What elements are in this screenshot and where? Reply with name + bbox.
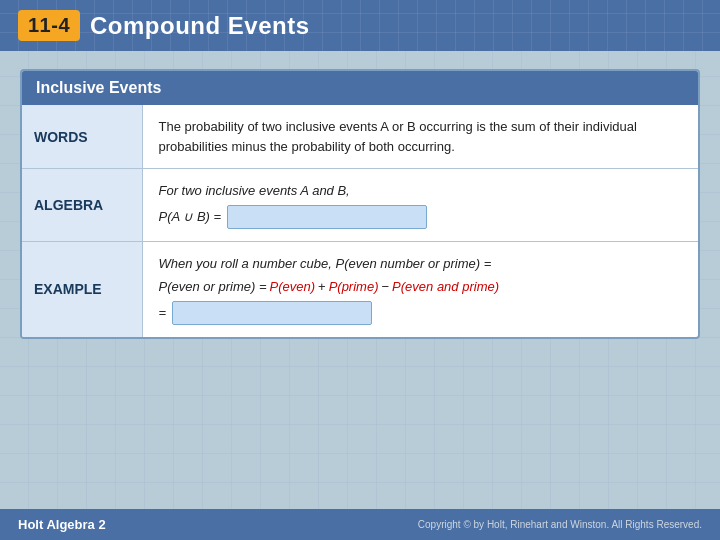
inclusive-events-card: Inclusive Events WORDS The probability o… <box>20 69 700 339</box>
algebra-row: ALGEBRA For two inclusive events A and B… <box>22 169 698 242</box>
page-footer: Holt Algebra 2 Copyright © by Holt, Rine… <box>0 509 720 540</box>
example-equals: = <box>159 303 167 323</box>
example-p-even-and-prime: P(even and prime) <box>392 277 499 297</box>
algebra-formula-prefix: P(A ∪ B) = <box>159 207 222 227</box>
words-content: The probability of two inclusive events … <box>142 105 698 169</box>
card-table: WORDS The probability of two inclusive e… <box>22 105 698 337</box>
example-plus: + <box>318 277 326 297</box>
footer-brand: Holt Algebra 2 <box>18 517 106 532</box>
page-title: Compound Events <box>90 12 310 40</box>
example-line2: P(even or prime) = P(even) + P(prime) − … <box>159 277 683 297</box>
example-label: EXAMPLE <box>22 241 142 337</box>
example-answer-box <box>172 301 372 325</box>
example-minus: − <box>381 277 389 297</box>
algebra-formula-box <box>227 205 427 229</box>
example-line1: When you roll a number cube, P(even numb… <box>159 254 683 274</box>
footer-copyright: Copyright © by Holt, Rinehart and Winsto… <box>418 519 702 530</box>
algebra-formula: P(A ∪ B) = <box>159 205 683 229</box>
algebra-content: For two inclusive events A and B, P(A ∪ … <box>142 169 698 242</box>
main-content: Inclusive Events WORDS The probability o… <box>0 51 720 357</box>
words-label: WORDS <box>22 105 142 169</box>
example-p-even: P(even) <box>270 277 316 297</box>
words-text: The probability of two inclusive events … <box>159 119 637 154</box>
algebra-line1: For two inclusive events A and B, <box>159 181 683 201</box>
section-badge: 11-4 <box>18 10 80 41</box>
example-p-even-or-prime: P(even or prime) = <box>159 277 267 297</box>
example-line3: = <box>159 301 683 325</box>
page-header: 11-4 Compound Events <box>0 0 720 51</box>
example-row: EXAMPLE When you roll a number cube, P(e… <box>22 241 698 337</box>
words-row: WORDS The probability of two inclusive e… <box>22 105 698 169</box>
example-content: When you roll a number cube, P(even numb… <box>142 241 698 337</box>
card-heading: Inclusive Events <box>22 71 698 105</box>
algebra-label: ALGEBRA <box>22 169 142 242</box>
example-p-prime: P(prime) <box>329 277 379 297</box>
